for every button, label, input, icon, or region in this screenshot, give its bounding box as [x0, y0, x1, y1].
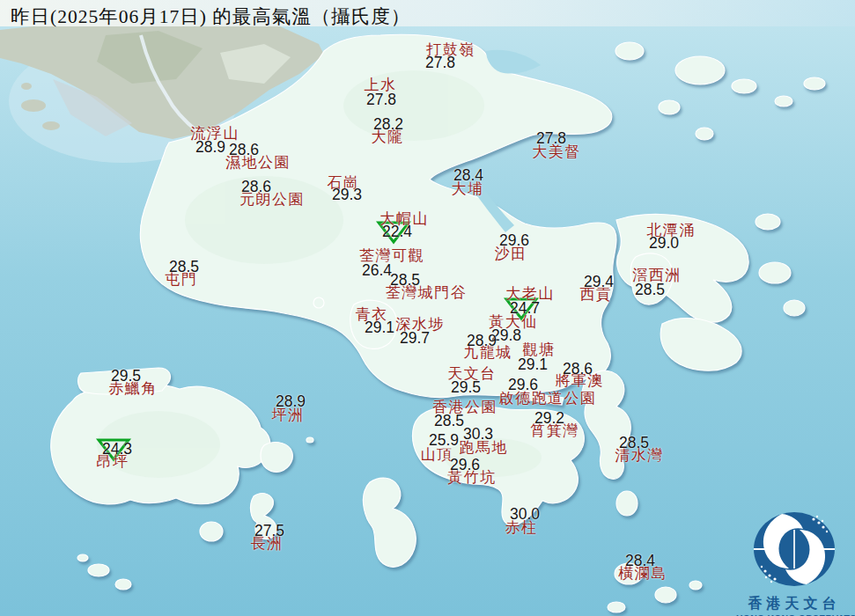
- station-max-temperature-value: 28.5: [390, 271, 420, 290]
- station-max-temperature-value: 29.0: [649, 234, 679, 253]
- station-max-temperature-value: 29.6: [450, 456, 480, 474]
- station-max-temperature-value: 30.0: [510, 505, 540, 524]
- station-max-temperature-value: 29.2: [534, 409, 564, 428]
- station-max-temperature-value: 29.5: [451, 378, 481, 397]
- map-canvas: 打鼓嶺27.8上水27.8大隴28.2大美督27.8流浮山28.9濕地公園28.…: [0, 0, 855, 616]
- hko-logo-name-zh: 香港天文台: [736, 595, 852, 613]
- station-max-temperature-value: 28.4: [625, 552, 655, 570]
- station-max-temperature-value: 27.8: [425, 54, 455, 72]
- station-max-temperature-value: 29.6: [508, 376, 538, 394]
- station-max-temperature-value: 29.6: [499, 231, 529, 250]
- hko-logo: 香港天文台 HONG KONG OBSERVATORY: [736, 509, 852, 616]
- station-max-temperature-value: 28.2: [373, 115, 403, 134]
- station-max-temperature-value: 28.6: [563, 360, 593, 378]
- station-max-temperature-value: 29.1: [518, 356, 548, 374]
- station-max-temperature-value: 24.3: [102, 440, 132, 458]
- station-max-temperature-value: 22.4: [382, 223, 412, 241]
- station-max-temperature-value: 27.5: [254, 522, 284, 540]
- station-max-temperature-value: 28.4: [453, 166, 483, 185]
- station-max-temperature-value: 28.9: [195, 138, 225, 157]
- station-max-temperature-value: 25.9: [429, 431, 459, 450]
- station-max-temperature-value: 28.5: [434, 412, 464, 430]
- station-max-temperature-value: 28.9: [276, 392, 306, 411]
- station-max-temperature-value: 28.6: [241, 178, 271, 196]
- station-max-temperature-value: 27.8: [536, 129, 566, 148]
- station-max-temperature-value: 28.5: [635, 281, 665, 299]
- map-title: 昨日(2025年06月17日) 的最高氣溫（攝氏度）: [11, 4, 410, 29]
- hko-logo-icon: [736, 509, 852, 590]
- station-max-temperature-value: 29.3: [332, 186, 362, 204]
- station-max-temperature-value: 28.9: [467, 332, 497, 350]
- station-max-temperature-value: 29.4: [584, 273, 614, 291]
- station-max-temperature-value: 30.3: [463, 425, 493, 444]
- station-max-temperature-value: 26.4: [362, 261, 392, 280]
- station-max-temperature-value: 29.1: [365, 319, 394, 337]
- station-max-temperature-value: 28.5: [169, 258, 199, 276]
- station-max-temperature-value: 29.7: [400, 329, 430, 348]
- station-max-temperature-value: 27.8: [366, 91, 396, 109]
- station-max-temperature-value: 29.5: [111, 367, 141, 385]
- station-max-temperature-value: 28.5: [619, 434, 649, 452]
- station-max-temperature-value: 28.6: [229, 141, 259, 159]
- station-labels-layer: 打鼓嶺27.8上水27.8大隴28.2大美督27.8流浮山28.9濕地公園28.…: [0, 0, 855, 616]
